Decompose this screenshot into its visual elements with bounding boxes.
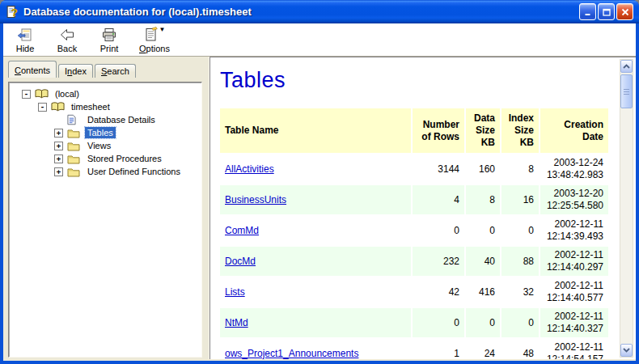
table-link[interactable]: AllActivities [225,163,274,175]
table-cell: 88 [501,247,539,276]
table-cell: 2002-12-11 12:14:40.577 [540,277,608,307]
table-cell: 0 [466,216,500,245]
table-cell: 3144 [413,154,464,184]
window-title: Database documentation for (local).times… [23,6,575,18]
dropdown-arrow-icon: ▼ [159,27,166,33]
table-cell: 2002-12-11 12:14:40.327 [540,308,608,337]
table-cell: 2002-12-11 12:14:40.297 [540,247,608,276]
tree-item-tables[interactable]: + Tables [11,126,200,139]
close-button[interactable] [616,3,633,20]
navigation-panel: Contents Index Search - (local) - [3,57,204,359]
table-link[interactable]: ComMd [225,225,259,236]
tree-item-label: (local) [53,88,82,99]
table-cell: BusinessUnits [220,185,411,214]
chevron-down-icon [623,348,630,353]
tree-item-label: Stored Procedures [85,153,164,164]
title-bar: ? Database documentation for (local).tim… [0,0,639,23]
table-cell: 42 [413,277,464,307]
tab-search[interactable]: Search [95,64,136,78]
tab-index[interactable]: Index [58,64,93,78]
table-cell: 8 [501,154,539,184]
table-link[interactable]: BusinessUnits [225,194,286,205]
table-cell: 2003-12-20 12:25:54.580 [540,185,608,214]
back-arrow-icon [59,27,75,43]
print-button-label: Print [100,44,119,54]
maximize-icon [603,8,611,16]
table-cell: ComMd [220,216,411,245]
tree-item-local[interactable]: - (local) [11,87,200,100]
back-button[interactable]: Back [50,25,84,56]
table-link[interactable]: ows_Project1_Announcements [225,348,358,359]
chevron-up-icon [623,64,630,69]
scroll-down-button[interactable] [620,344,633,357]
table-row: Lists 42 416 32 2002-12-11 12:14:40.577 [220,277,608,307]
table-cell: 232 [413,247,464,276]
table-header-row: Table Name Number of Rows Data Size KB I… [220,108,608,153]
expand-icon[interactable]: + [54,129,63,138]
tree-item-views[interactable]: + Views [11,139,200,152]
tree-item-label: Tables [85,127,116,138]
table-cell: 4 [413,185,464,214]
table-cell: 8 [466,185,500,214]
hide-button-label: Hide [16,44,35,54]
tree-item-label: Views [85,140,113,151]
table-cell: Lists [220,277,411,307]
table-cell: 0 [501,308,539,337]
scrollbar-thumb[interactable] [620,74,633,108]
folder-icon [67,127,82,138]
table-cell: 24 [466,339,500,359]
vertical-scrollbar[interactable] [620,59,633,358]
svg-text:?: ? [11,6,18,19]
tree-item-user-defined-functions[interactable]: + User Defined Functions [11,165,200,178]
collapse-icon[interactable]: - [38,103,47,112]
table-cell: 160 [466,154,500,184]
table-cell: DocMd [220,247,411,276]
hide-pane-icon [17,27,33,43]
expand-icon[interactable]: + [54,167,63,176]
maximize-button[interactable] [598,3,615,20]
panel-splitter[interactable] [204,57,209,359]
table-row: ComMd 0 0 0 2002-12-11 12:14:39.493 [220,216,608,245]
table-cell: 416 [466,277,500,307]
tab-contents[interactable]: Contents [8,61,57,78]
table-link[interactable]: Lists [225,286,245,298]
options-page-icon [144,27,159,43]
tree-item-label: timesheet [69,101,112,112]
hide-button[interactable]: Hide [8,25,42,56]
collapse-icon[interactable]: - [22,90,31,99]
table-cell: 40 [466,247,500,276]
tree-item-label: Database Details [85,114,158,125]
table-cell: 0 [466,308,500,337]
tree-item-timesheet[interactable]: - timesheet [11,100,200,113]
table-cell: 2002-12-11 12:14:54.157 [540,339,608,359]
scroll-up-button[interactable] [620,60,633,73]
tree-item-stored-procedures[interactable]: + Stored Procedures [11,152,200,165]
table-cell: 2002-12-11 12:14:39.493 [540,216,608,245]
table-link[interactable]: NtMd [225,317,248,328]
printer-icon [101,27,117,43]
column-header-table-name: Table Name [220,108,411,153]
book-open-icon [35,88,49,99]
contents-tree: - (local) - timesheet [8,82,202,358]
column-header-data-size: Data Size KB [466,108,500,153]
table-cell: 0 [413,216,464,245]
table-cell: 0 [413,308,464,337]
minimize-button[interactable] [579,3,596,20]
column-header-number-of-rows: Number of Rows [413,108,464,153]
table-cell: 16 [501,185,539,214]
folder-icon [67,140,82,151]
tree-item-database-details[interactable]: Database Details [11,113,200,126]
table-link[interactable]: DocMd [225,256,256,267]
page-title: Tables [220,68,618,93]
print-button[interactable]: Print [92,25,126,56]
table-row: NtMd 0 0 0 2002-12-11 12:14:40.327 [220,308,608,337]
expand-icon[interactable]: + [54,142,63,150]
expand-icon[interactable]: + [54,154,63,163]
table-cell: 48 [501,339,539,359]
table-cell: AllActivities [220,154,411,184]
minimize-icon [584,8,592,16]
options-button[interactable]: ▼ Options [134,25,175,56]
table-row: AllActivities 3144 160 8 2003-12-24 13:4… [220,154,608,184]
back-button-label: Back [57,44,77,54]
table-cell: 32 [501,277,539,307]
